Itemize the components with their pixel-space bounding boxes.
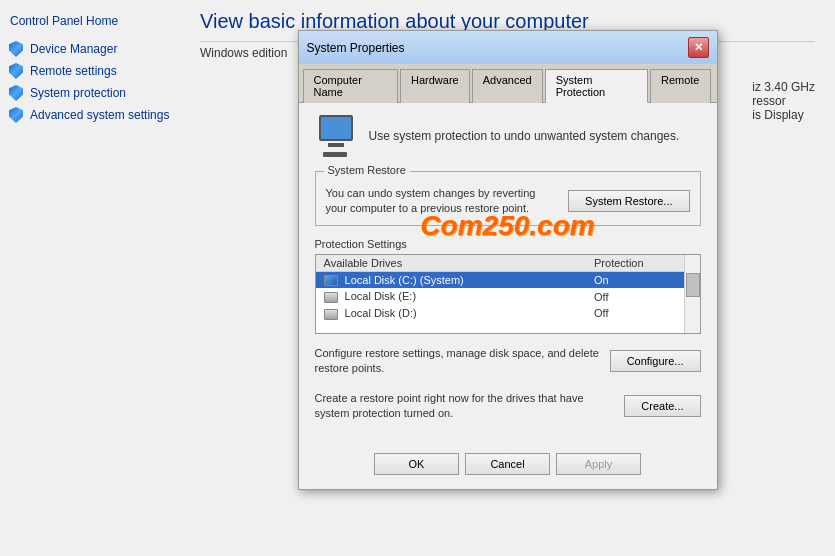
scrollbar-thumb[interactable] xyxy=(686,273,700,297)
system-restore-label: System Restore xyxy=(324,164,410,176)
configure-button[interactable]: Configure... xyxy=(610,350,701,372)
drive-c-name: Local Disk (C:) (System) xyxy=(316,271,587,288)
system-restore-button[interactable]: System Restore... xyxy=(568,190,689,212)
monitor-icon xyxy=(319,115,353,141)
protection-settings-label: Protection Settings xyxy=(315,238,701,250)
create-text: Create a restore point right now for the… xyxy=(315,391,615,422)
sidebar-item-label-remote-settings: Remote settings xyxy=(30,64,117,78)
monitor-base-icon xyxy=(323,152,347,157)
drive-e-icon xyxy=(324,292,338,303)
drive-c-icon xyxy=(324,275,338,286)
tab-computer-name[interactable]: Computer Name xyxy=(303,69,399,103)
cancel-button[interactable]: Cancel xyxy=(465,453,550,475)
sidebar-item-label-device-manager: Device Manager xyxy=(30,42,117,56)
sidebar-item-remote-settings[interactable]: Remote settings xyxy=(0,60,180,82)
tab-advanced[interactable]: Advanced xyxy=(472,69,543,103)
shield-icon-protection xyxy=(8,85,24,101)
dialog-close-button[interactable]: ✕ xyxy=(688,37,709,58)
drive-d-icon xyxy=(324,309,338,320)
dialog-title: System Properties xyxy=(307,41,405,55)
sidebar-item-system-protection[interactable]: System protection xyxy=(0,82,180,104)
drives-col-header-name: Available Drives xyxy=(316,255,587,272)
restore-description: You can undo system changes by reverting… xyxy=(326,186,559,217)
sidebar-item-label-system-protection: System protection xyxy=(30,86,126,100)
drive-d-name: Local Disk (D:) xyxy=(316,305,587,322)
create-row: Create a restore point right now for the… xyxy=(315,389,701,424)
table-row[interactable]: Local Disk (C:) (System) On xyxy=(316,271,700,288)
drive-e-name: Local Disk (E:) xyxy=(316,288,587,305)
drives-col-header-protection: Protection xyxy=(586,255,699,272)
table-row[interactable]: Local Disk (D:) Off xyxy=(316,305,700,322)
table-row[interactable]: Local Disk (E:) Off xyxy=(316,288,700,305)
restore-row: You can undo system changes by reverting… xyxy=(326,180,690,217)
intro-row: Use system protection to undo unwanted s… xyxy=(315,115,701,157)
shield-icon-advanced xyxy=(8,107,24,123)
shield-icon-device-manager xyxy=(8,41,24,57)
protection-settings-section: Protection Settings Available Drives Pro… xyxy=(315,238,701,334)
configure-text: Configure restore settings, manage disk … xyxy=(315,346,600,377)
main-content: View basic information about your comput… xyxy=(180,0,835,556)
drive-d-protection: Off xyxy=(586,305,699,322)
drive-e-protection: Off xyxy=(586,288,699,305)
sidebar-item-label-advanced: Advanced system settings xyxy=(30,108,169,122)
tab-remote[interactable]: Remote xyxy=(650,69,711,103)
sidebar-item-device-manager[interactable]: Device Manager xyxy=(0,38,180,60)
scrollbar-track[interactable] xyxy=(684,255,700,333)
drives-table: Available Drives Protection Local Disk (… xyxy=(316,255,700,322)
dialog-footer: OK Cancel Apply xyxy=(299,445,717,489)
system-icon xyxy=(315,115,357,157)
sidebar-item-advanced-settings[interactable]: Advanced system settings xyxy=(0,104,180,126)
intro-text: Use system protection to undo unwanted s… xyxy=(369,129,680,143)
system-restore-group: System Restore You can undo system chang… xyxy=(315,171,701,226)
tab-hardware[interactable]: Hardware xyxy=(400,69,470,103)
ok-button[interactable]: OK xyxy=(374,453,459,475)
tab-system-protection[interactable]: System Protection xyxy=(545,69,648,103)
apply-button[interactable]: Apply xyxy=(556,453,641,475)
dialog-overlay: System Properties ✕ Computer Name Hardwa… xyxy=(180,0,835,556)
dialog-body: Use system protection to undo unwanted s… xyxy=(299,103,717,445)
create-button[interactable]: Create... xyxy=(624,395,700,417)
drives-table-container: Available Drives Protection Local Disk (… xyxy=(315,254,701,334)
sidebar: Control Panel Home Device Manager Remote… xyxy=(0,0,180,556)
drive-c-protection: On xyxy=(586,271,699,288)
dialog-titlebar: System Properties ✕ xyxy=(299,31,717,64)
control-panel-home-link[interactable]: Control Panel Home xyxy=(0,8,180,38)
configure-row: Configure restore settings, manage disk … xyxy=(315,344,701,379)
shield-icon-remote xyxy=(8,63,24,79)
tabs-bar: Computer Name Hardware Advanced System P… xyxy=(299,64,717,103)
system-properties-dialog: System Properties ✕ Computer Name Hardwa… xyxy=(298,30,718,490)
